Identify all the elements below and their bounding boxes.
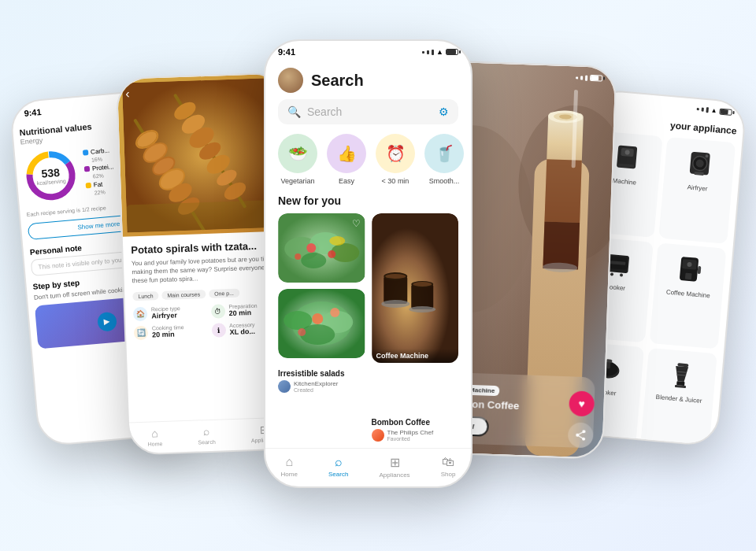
chip-30min-circle: ⏰ [376,134,415,173]
salad-recipe-name: Irresistible salads [278,369,365,378]
coffee-author-name: The Philips Chef [387,429,434,436]
search-magnifier-icon: 🔍 [287,105,301,118]
nav-home-3[interactable]: ⌂ Home [281,455,298,479]
meta-access-icon: ℹ [211,323,226,338]
chip-30min-label: < 30 min [382,177,410,185]
salad-card-bottom[interactable] [278,289,365,358]
chip-smooth[interactable]: 🥤 Smooth... [424,134,464,185]
chip-vegetarian[interactable]: 🥗 Vegetarian [278,134,317,185]
donut-chart: 538 kcal/serving [21,146,81,205]
recipe-title-2: Potato spirals with tzata... [131,239,281,257]
search-page-title: Search [311,72,364,90]
nav-search-3[interactable]: ⌕ Search [328,455,348,479]
svg-point-48 [381,300,410,308]
salad-author-info: KitchenExplorer Created [294,380,338,393]
chip-smooth-circle: 🥤 [424,134,464,173]
search-input-placeholder[interactable]: Search [307,105,432,118]
potato-visual [117,73,289,236]
appliance-airfryer[interactable]: Airfryer [658,137,736,244]
nav-shop-3[interactable]: 🛍 Shop [441,455,456,479]
svg-point-73 [610,272,613,276]
nav-home-2[interactable]: ⌂ Home [147,427,163,447]
appliance-coffee-machine[interactable]: Coffee Machine [650,242,727,349]
meta-cook-text: Cooking time 20 min [152,324,184,338]
shop-label-3: Shop [441,471,456,478]
nav-appliances-3[interactable]: ⊞ Appliances [379,455,410,479]
filter-icon[interactable]: ⚙ [439,105,449,118]
coffee-machine-icon [671,250,710,289]
user-avatar[interactable] [278,68,303,93]
sig5b [702,108,704,112]
search-icon-2: ⌕ [203,425,210,438]
search-label-2: Search [198,439,215,446]
battery-5 [719,108,732,115]
svg-point-32 [329,236,345,246]
blender-icon [662,356,700,394]
svg-point-40 [330,308,339,317]
recipe-col-right: Coffee Machine Bombon Coffee The Philips… [372,213,459,442]
meta-cook: 🔄 Cooking time 20 min [134,324,207,340]
salad-author-name: KitchenExplorer [294,380,338,387]
home-icon-2: ⌂ [151,427,158,439]
carbs-label: Carb... [91,147,110,156]
meta-type-text: Recipe type Airfryer [151,305,181,320]
chip-easy-label: Easy [339,177,354,185]
meta-type-value: Airfryer [151,311,180,320]
chip-easy[interactable]: 👍 Easy [327,134,366,185]
svg-point-37 [300,324,335,345]
signal-3b [427,50,429,54]
coffee-card[interactable]: Coffee Machine [372,213,459,407]
status-bar-3: 9:41 ▲ [265,41,471,60]
action-buttons: ♥ [568,390,595,448]
tag-one[interactable]: One p... [209,288,239,298]
fat-dot [86,183,92,189]
tags-list: Lunch Main courses One p... [132,287,283,301]
home-label-2: Home [147,441,162,447]
home-icon-3: ⌂ [285,455,293,469]
svg-point-29 [306,243,316,253]
avatar-img [278,68,303,93]
heart-icon-salad-top[interactable]: ♡ [352,218,361,229]
back-button[interactable]: ‹ [125,87,130,101]
play-button[interactable]: ▶ [97,311,117,331]
svg-rect-87 [676,381,684,386]
meta-type: 🏠 Recipe type Airfryer [133,305,206,321]
tag-maincourses[interactable]: Main courses [161,290,206,300]
appliance-blender[interactable]: Blender & Juicer [640,348,717,447]
nav-search-2[interactable]: ⌕ Search [198,425,216,446]
svg-point-44 [385,274,406,279]
battery-4 [590,75,602,82]
chip-vegetarian-circle: 🥗 [278,134,317,173]
svg-point-39 [298,328,306,336]
meta-cook-value: 20 min [152,330,184,338]
svg-point-30 [328,250,335,258]
search-bar[interactable]: 🔍 Search ⚙ [278,99,458,124]
svg-point-49 [409,306,435,312]
meta-cook-icon: 🔄 [134,325,149,340]
battery-3 [446,49,458,55]
protein-label: Protei... [92,163,114,172]
sig4a [576,76,578,79]
salad-author: KitchenExplorer Created [278,380,365,393]
shop-icon-3: 🛍 [442,455,454,469]
svg-rect-23 [126,200,284,233]
heart-action-btn[interactable]: ♥ [569,390,595,416]
status-time-1: 9:41 [24,107,42,118]
svg-marker-86 [674,366,688,382]
coffee-recipe-info: Bombon Coffee The Philips Chef Favorited [372,413,459,442]
donut-center: 538 kcal/serving [35,165,66,186]
svg-rect-58 [544,159,581,223]
svg-rect-88 [674,385,685,388]
svg-point-38 [312,313,323,324]
blender-name: Blender & Juicer [655,394,702,405]
phone-search: 9:41 ▲ Search 🔍 Search [264,39,472,488]
tag-lunch[interactable]: Lunch [132,291,158,301]
salad-card-top[interactable]: ♡ [278,213,365,283]
coffee-author-action: Favorited [387,436,434,442]
share-action-btn[interactable] [568,422,594,448]
chip-30min[interactable]: ⏰ < 30 min [376,134,415,185]
signal-3c [432,50,434,55]
fat-pct: 22% [94,188,116,195]
recipe-desc: You and your family love potatoes but ar… [132,254,283,286]
food-hero: ‹ ♡ [117,73,289,236]
